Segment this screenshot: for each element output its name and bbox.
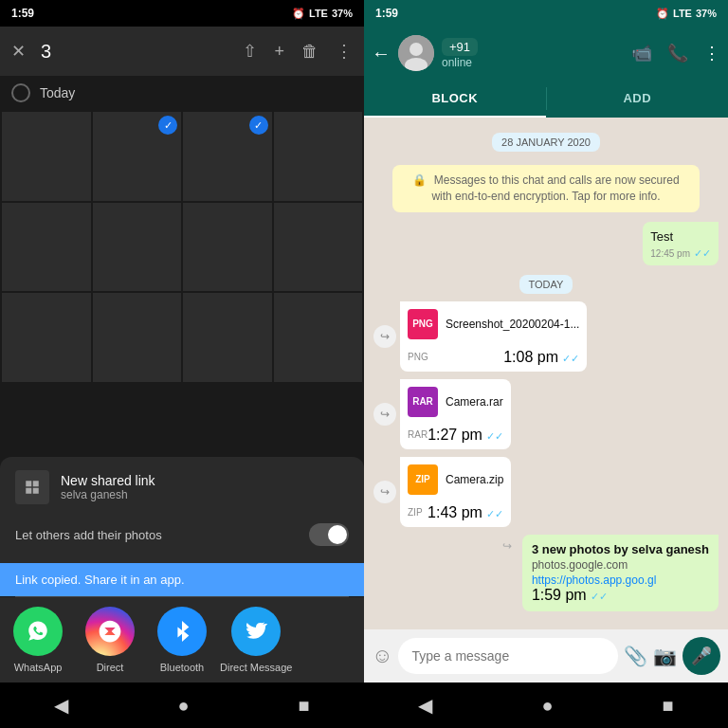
bluetooth-label: Bluetooth [160,662,204,673]
time-right: 1:59 [375,7,398,20]
file-meta-zip: ZIP 1:43 pm ✓✓ [400,502,511,527]
right-panel: 1:59 ⏰ LTE 37% ← +91 online 📹 📞 ⋮ [364,0,728,728]
direct-message-label: Direct Message [220,662,292,673]
zip-filename: Camera.zip [446,473,503,486]
file-info-zip: Camera.zip [446,473,503,486]
share-app-whatsapp[interactable]: WhatsApp [4,607,72,673]
test-text: Test [650,229,673,244]
camera-icon[interactable]: 📷 [653,645,677,667]
delete-icon[interactable]: 🗑 [301,42,318,62]
forward-icon-3[interactable]: ↪ [373,481,396,503]
photo-thumb-3[interactable] [183,112,272,201]
recents-nav-left[interactable]: ■ [298,695,309,717]
photo-thumb-7[interactable] [183,203,272,292]
tab-add[interactable]: ADD [547,80,729,118]
rar-type: RAR [408,429,428,440]
battery-left: 37% [332,8,353,19]
back-icon[interactable]: ← [372,43,391,64]
share-icon[interactable]: ⇧ [243,41,257,62]
wa-tabs: BLOCK ADD [364,80,728,118]
share-apps-row: WhatsApp Direct Bluetooth [0,597,364,682]
msg-sent-test: Test 12:45 pm ✓✓ [373,222,719,265]
link-icon-box [15,470,49,504]
message-input[interactable] [398,638,618,674]
attachment-icon[interactable]: 📎 [624,645,647,667]
photo-thumb-8[interactable] [274,203,363,292]
bottom-nav-left: ◀ ● ■ [0,682,364,728]
phone-icon[interactable]: 📞 [667,43,688,64]
menu-icon[interactable]: ⋮ [336,41,353,62]
contact-name[interactable]: +91 [442,38,478,56]
chat-area[interactable]: 28 JANUARY 2020 🔒 Messages to this chat … [364,118,728,629]
chat-input-bar: ☺ 📎 📷 🎤 [364,629,728,682]
selected-count: 3 [41,41,228,63]
home-nav-left[interactable]: ● [177,695,189,717]
zip-ticks: ✓✓ [486,508,503,519]
photo-thumb-1[interactable] [2,112,91,201]
forward-icon-1[interactable]: ↪ [373,325,396,348]
link-copied-bar: Link copied. Share it in an app. [0,563,364,596]
close-icon[interactable]: ✕ [11,41,26,62]
link-subtitle: selva ganesh [61,488,349,501]
back-nav-right[interactable]: ◀ [418,694,432,717]
direct-icon[interactable] [85,607,135,656]
new-link-row: New shared link selva ganesh [15,470,349,504]
back-nav-left[interactable]: ◀ [54,694,68,717]
today-label: Today [40,85,75,100]
today-section-header: Today [0,76,364,110]
photo-thumb-4[interactable] [274,112,363,201]
direct-message-icon[interactable] [231,607,281,656]
grid-icon [24,479,41,496]
more-options-icon[interactable]: ⋮ [703,43,720,64]
block-label: BLOCK [431,91,478,105]
add-label: ADD [623,91,651,105]
mic-button[interactable]: 🎤 [682,637,720,675]
shared-link-url[interactable]: https://photos.app.goo.gl [532,573,709,587]
bottom-nav-right: ◀ ● ■ [364,682,728,728]
signal-left: ⏰ [292,8,305,20]
status-icons-right: ⏰ LTE 37% [656,8,717,20]
png-type: PNG [408,352,428,362]
date-badge: 28 JANUARY 2020 [492,133,600,150]
today-badge: TODAY [519,275,573,292]
add-photos-toggle[interactable] [309,523,349,546]
add-icon[interactable]: + [274,42,284,62]
photo-thumb-6[interactable] [93,203,182,292]
whatsapp-icon[interactable] [13,607,63,656]
contact-info: +91 online [442,38,624,69]
emoji-button[interactable]: ☺ [372,644,392,668]
photo-thumb-9[interactable] [2,293,91,382]
section-select-circle[interactable] [11,83,30,102]
status-bar-right: 1:59 ⏰ LTE 37% [364,0,728,27]
photo-thumb-2[interactable] [93,112,182,201]
msg-sent-shared-link: ↪ 3 new photos by selva ganesh photos.go… [373,535,719,611]
forward-icon-2[interactable]: ↪ [373,403,396,426]
svg-rect-1 [33,481,39,486]
test-time: 12:45 pm [650,248,690,259]
file-msg-rar: ↪ RAR Camera.rar RAR 1:27 pm ✓✓ [373,379,719,449]
video-call-icon[interactable]: 📹 [631,43,652,64]
bubble-test: Test 12:45 pm ✓✓ [643,222,719,265]
file-msg-zip: ↪ ZIP Camera.zip ZIP 1:43 pm ✓✓ [373,457,719,527]
rar-filename: Camera.rar [446,395,503,409]
photo-thumb-10[interactable] [93,293,182,382]
zip-icon: ZIP [408,464,438,495]
share-app-bluetooth[interactable]: Bluetooth [148,607,216,673]
photo-thumb-11[interactable] [183,293,272,382]
share-app-direct[interactable]: Direct [76,607,144,673]
home-nav-right[interactable]: ● [541,695,553,717]
photo-thumb-12[interactable] [274,293,363,382]
shared-link-meta: 1:59 pm ✓✓ [532,587,709,604]
link-info: New shared link selva ganesh [61,473,349,501]
recents-nav-right[interactable]: ■ [662,695,673,717]
alarm-icon: ⏰ [656,8,669,20]
wa-header: ← +91 online 📹 📞 ⋮ [364,27,728,80]
forward-icon-4[interactable]: ↪ [496,535,519,557]
photos-grid [0,110,364,384]
svg-point-5 [410,43,423,56]
tab-block[interactable]: BLOCK [364,80,546,118]
file-msg-png: ↪ PNG Screenshot_20200204-1... PNG 1:08 … [373,301,719,372]
photo-thumb-5[interactable] [2,203,91,292]
bluetooth-icon[interactable] [157,607,207,656]
share-app-direct-message[interactable]: Direct Message [220,607,292,673]
